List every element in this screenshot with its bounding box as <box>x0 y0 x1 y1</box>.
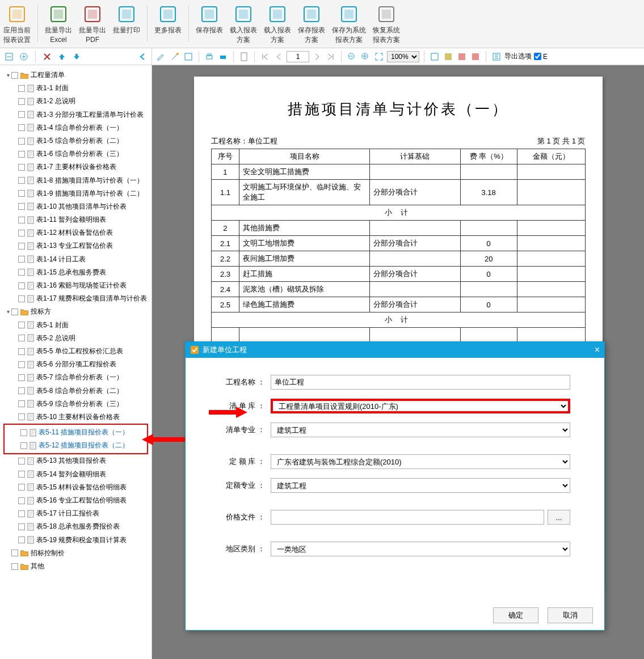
prev-page-icon[interactable] <box>273 51 284 62</box>
cancel-button[interactable]: 取消 <box>548 607 593 623</box>
ribbon-btn-1[interactable]: 批量导出Excel <box>41 3 75 46</box>
tree-item[interactable]: 表1-2 总说明 <box>2 95 149 108</box>
ribbon-btn-7[interactable]: 载入报表方案 <box>260 3 294 46</box>
tree-item[interactable]: 表5-12 措施项目报价表（二） <box>5 439 147 452</box>
tree-item[interactable]: 表5-9 综合单价分析表（三） <box>2 398 149 411</box>
ribbon-btn-9[interactable]: 保存为系统报表方案 <box>329 3 369 46</box>
tree-item[interactable]: 表5-14 暂列金额明细表 <box>2 468 149 481</box>
zoom-in-icon[interactable] <box>360 51 371 62</box>
collapse-icon[interactable] <box>137 51 148 62</box>
ribbon-btn-3[interactable]: 批量打印 <box>110 3 144 36</box>
ok-button[interactable]: 确定 <box>493 607 538 623</box>
print2-icon[interactable] <box>217 51 229 62</box>
table-row <box>211 328 585 343</box>
zoom-out-icon[interactable] <box>346 51 357 62</box>
ribbon-btn-6[interactable]: 载入报表方案 <box>226 3 260 46</box>
tree-group[interactable]: ▾投标方 <box>2 305 149 318</box>
edit-icon[interactable] <box>155 51 167 62</box>
print-icon[interactable] <box>204 51 215 62</box>
region-label: 地区类别 ： <box>220 544 271 554</box>
up-arrow-icon[interactable] <box>56 51 68 62</box>
export1-icon[interactable] <box>429 51 440 62</box>
tree-item[interactable]: 表1-8 措施项目清单与计价表（一） <box>2 174 149 187</box>
ribbon-btn-10[interactable]: 恢复系统报表方案 <box>369 3 403 46</box>
tree-group[interactable]: 招标控制价 <box>2 547 149 560</box>
quota-lib-select[interactable]: 广东省建筑与装饰工程综合定额(2010) <box>271 454 570 469</box>
svg-rect-29 <box>241 53 247 61</box>
tree-item[interactable]: 表1-12 材料设备暂估价表 <box>2 226 149 239</box>
export2-icon[interactable] <box>443 51 454 62</box>
ribbon-btn-4[interactable]: 更多报表 <box>151 3 185 36</box>
tree-item[interactable]: 表5-10 主要材料设备价格表 <box>2 411 149 424</box>
tree-item[interactable]: 表1-16 索赔与现场签证计价表 <box>2 279 149 292</box>
tree-item[interactable]: 表5-8 综合单价分析表（二） <box>2 385 149 398</box>
tree-item[interactable]: 表5-1 封面 <box>2 319 149 332</box>
page-icon[interactable] <box>238 51 250 62</box>
project-name-input[interactable] <box>271 375 570 390</box>
tree-item[interactable]: 表5-11 措施项目报价表（一） <box>5 426 147 439</box>
export3-icon[interactable] <box>456 51 468 62</box>
list-lib-select[interactable]: 工程量清单项目设置规则(2010-广东) <box>271 399 570 413</box>
ribbon-btn-2[interactable]: 批量导出PDF <box>75 3 110 46</box>
tree-item[interactable]: 表5-13 其他项目报价表 <box>2 454 149 467</box>
tree-item[interactable]: 表1-11 暂列金额明细表 <box>2 213 149 226</box>
price-file-input[interactable] <box>271 510 544 525</box>
next-page-icon[interactable] <box>312 51 323 62</box>
tree-item[interactable]: 表5-2 总说明 <box>2 332 149 345</box>
tree-item[interactable]: 表1-7 主要材料设备价格表 <box>2 160 149 174</box>
export4-icon[interactable] <box>470 51 481 62</box>
project-name-label: 工程名称 ： <box>220 377 271 387</box>
last-page-icon[interactable] <box>325 51 336 62</box>
design-icon[interactable] <box>183 51 194 62</box>
wand-icon[interactable] <box>169 51 180 62</box>
tree-item[interactable]: 表5-16 专业工程暂估价明细表 <box>2 494 149 507</box>
list-major-select[interactable]: 建筑工程 <box>271 423 570 437</box>
ribbon-btn-0[interactable]: 应用当前报表设置 <box>0 3 34 46</box>
tree-item[interactable]: 表1-15 总承包服务费表 <box>2 266 149 279</box>
tree-item[interactable]: 表5-19 规费和税金项目计算表 <box>2 534 149 547</box>
first-page-icon[interactable] <box>259 51 271 62</box>
region-select[interactable]: 一类地区 <box>271 542 570 556</box>
tree-item[interactable]: 表5-15 材料设备暂估价明细表 <box>2 481 149 494</box>
ex-chk1[interactable]: E <box>534 53 548 61</box>
tree-item[interactable]: 表1-17 规费和税金项目清单与计价表 <box>2 292 149 305</box>
tree-item[interactable]: 表1-10 其他项目清单与计价表 <box>2 200 149 213</box>
svg-rect-11 <box>205 10 214 19</box>
close-icon[interactable]: × <box>595 345 600 355</box>
tree-item[interactable]: 表1-1 封面 <box>2 82 149 95</box>
new-project-dialog: 新建单位工程 × 工程名称 ： 清 单 库 ： 工程量清单项目设置规则(2010… <box>185 341 605 631</box>
browse-button[interactable]: ... <box>548 510 570 525</box>
tree-add-icon[interactable] <box>18 51 30 62</box>
tree-item[interactable]: 表5-17 计日工报价表 <box>2 507 149 520</box>
down-arrow-icon[interactable] <box>71 51 82 62</box>
svg-rect-33 <box>445 53 452 60</box>
tree-tool-icon[interactable] <box>3 51 15 62</box>
tree-item[interactable]: 表5-7 综合单价分析表（一） <box>2 371 149 384</box>
project-label: 工程名称：单位工程 <box>211 136 277 146</box>
tree-item[interactable]: 表5-5 单位工程投标价汇总表 <box>2 345 149 358</box>
ribbon-btn-8[interactable]: 保存报表方案 <box>294 3 329 46</box>
tree-group[interactable]: ▾工程量清单 <box>2 69 149 82</box>
page-title: 措施项目清单与计价表（一） <box>211 99 586 119</box>
tree-item[interactable]: 表5-6 分部分项工程报价表 <box>2 358 149 371</box>
zoom-select[interactable]: 100% <box>387 51 419 62</box>
tree-item[interactable]: 表1-14 计日工表 <box>2 253 149 266</box>
tree-group[interactable]: 其他 <box>2 560 149 573</box>
ribbon-btn-5[interactable]: 保存报表 <box>192 3 226 36</box>
table-row: 2其他措施费 <box>211 221 585 236</box>
delete-icon[interactable] <box>41 51 53 62</box>
export-opts-icon[interactable] <box>491 51 502 62</box>
tree-item[interactable]: 表5-18 总承包服务费报价表 <box>2 520 149 533</box>
tree-item[interactable]: 表1-5 综合单价分析表（二） <box>2 134 149 147</box>
tree-item[interactable]: 表1-6 综合单价分析表（三） <box>2 147 149 160</box>
sub-toolbar: 100% 导出选项 E <box>0 48 644 65</box>
page-number-input[interactable] <box>287 51 309 62</box>
tree-item[interactable]: 表1-4 综合单价分析表（一） <box>2 121 149 134</box>
tree-item[interactable]: 表1-13 专业工程暂估价表 <box>2 239 149 252</box>
tree-item[interactable]: 表1-3 分部分项工程量清单与计价表 <box>2 108 149 121</box>
quota-major-select[interactable]: 建筑工程 <box>271 478 570 493</box>
annotation-arrow-left <box>142 432 187 446</box>
tree-item[interactable]: 表1-9 措施项目清单与计价表（二） <box>2 187 149 200</box>
table-row: 1.1文明施工与环境保护、临时设施、安全施工分部分项合计3.18 <box>211 180 585 205</box>
fit-icon[interactable] <box>373 51 385 62</box>
